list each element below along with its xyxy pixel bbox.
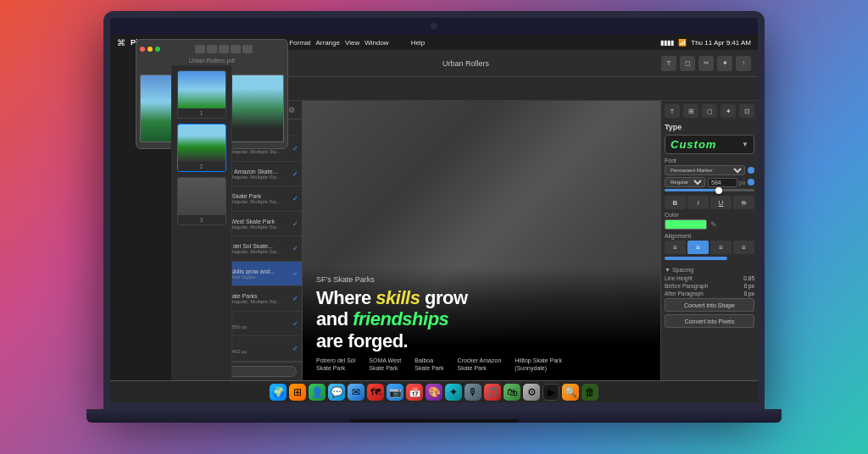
dock-mail-icon[interactable]: ✉ — [348, 384, 364, 401]
after-paragraph-row: After Paragraph 0 px — [665, 291, 754, 296]
font-size-input[interactable] — [708, 178, 737, 187]
dock-trash-icon[interactable]: 🗑 — [581, 384, 598, 401]
dock-settings-icon[interactable]: ⚙ — [523, 384, 540, 401]
pdf-toolbar-btn-5[interactable] — [242, 45, 253, 53]
type-icon-3[interactable]: ◻ — [702, 104, 717, 118]
convert-pixels-button[interactable]: Convert into Pixels — [665, 314, 754, 328]
dock-messages-icon[interactable]: 💬 — [328, 384, 345, 401]
type-panel-top-icons: T ⊞ ◻ ✦ ⊡ — [665, 104, 754, 118]
canvas-main-text: Where skills grow and friendships are fo… — [316, 287, 647, 352]
dock-pixelmator-icon[interactable]: 🎨 — [426, 384, 442, 401]
underline-button[interactable]: U — [710, 196, 732, 209]
align-justify-button[interactable]: ≡ — [733, 241, 754, 254]
pdf-toolbar-btn-3[interactable] — [219, 45, 229, 53]
layer-visible-7[interactable]: ✓ — [292, 320, 298, 328]
dock-calendar-icon[interactable]: 📅 — [406, 384, 423, 401]
dock-contacts-icon[interactable]: 👤 — [309, 384, 326, 401]
type-panel-title: Type — [665, 123, 754, 131]
dock-spotlight-icon[interactable]: 🔍 — [562, 384, 579, 401]
align-center-button[interactable]: ≡ — [687, 241, 709, 254]
slider-thumb-1[interactable] — [715, 187, 722, 194]
menu-view[interactable]: View — [345, 39, 359, 47]
dock-finder-icon[interactable]: 🌍 — [270, 384, 287, 401]
canvas-line2-normal: and — [316, 308, 353, 329]
toolbar-share-btn[interactable]: ↑ — [736, 56, 751, 71]
apple-logo-icon[interactable]: ⌘ — [117, 38, 125, 47]
layer-visible-6[interactable]: ✓ — [292, 295, 298, 302]
strikethrough-button[interactable]: S — [733, 196, 754, 209]
canvas-line1-normal: Where — [316, 287, 376, 308]
pdf-toolbar-btn-1[interactable] — [195, 45, 205, 53]
font-style-select[interactable]: Regular — [665, 177, 705, 187]
park-label-0: Potrero del SolSkate Park — [316, 357, 355, 372]
type-icon-1[interactable]: T — [665, 104, 680, 118]
park-label-1: SOMA WestSkate Park — [369, 357, 401, 372]
pdf-toolbar — [163, 45, 284, 53]
toolbar-effects-btn[interactable]: ✦ — [717, 56, 732, 71]
thumb-page-3[interactable]: 3 — [177, 177, 226, 225]
layer-visible-1[interactable]: ✓ — [292, 170, 298, 178]
menu-bar-right: ▮▮▮▮ 📶 Thu 11 Apr 9:41 AM — [660, 39, 751, 47]
dock-launchpad-icon[interactable]: ⊞ — [289, 384, 306, 401]
dock-appstore-icon[interactable]: 🛍 — [504, 384, 520, 401]
pdf-minimize[interactable] — [147, 47, 153, 52]
after-paragraph-value: 0 px — [744, 291, 754, 296]
align-left-button[interactable]: ≡ — [665, 241, 686, 254]
layer-visible-5[interactable]: ✓ — [292, 270, 298, 278]
menu-help[interactable]: Help — [411, 39, 425, 47]
toolbar-shape-btn[interactable]: ◻ — [680, 56, 695, 71]
layer-visible-8[interactable]: ✓ — [292, 345, 298, 352]
toolbar-type-btn[interactable]: T — [661, 56, 676, 71]
canvas-line1-end: grow — [420, 287, 467, 308]
color-picker-icon[interactable]: ✎ — [710, 220, 717, 229]
dropdown-chevron-icon: ▼ — [742, 141, 748, 148]
font-indicator — [748, 167, 754, 174]
layer-visible-2[interactable]: ✓ — [292, 195, 298, 202]
layer-visible-4[interactable]: ✓ — [292, 245, 298, 252]
screen-content: ⌘ Pixelmator Pro File Edit Insert Image … — [110, 35, 758, 402]
pdf-toolbar-btn-4[interactable] — [231, 45, 241, 53]
color-swatch[interactable] — [665, 219, 707, 230]
type-panel: T ⊞ ◻ ✦ ⊡ Type Custom ▼ Font — [660, 101, 758, 380]
dock-terminal-icon[interactable]: ▶ — [542, 384, 559, 401]
type-icon-5[interactable]: ⊡ — [739, 104, 754, 118]
canvas-text-overlay: SF's Skate Parks Where skills grow and f… — [303, 267, 660, 380]
thumb-page-1[interactable]: 1 — [177, 70, 226, 119]
convert-shape-button[interactable]: Convert into Shape — [665, 298, 754, 312]
toolbar-crop-btn[interactable]: ✂ — [698, 56, 714, 71]
type-icon-2[interactable]: ⊞ — [683, 104, 698, 118]
slider-track-1[interactable] — [665, 189, 754, 191]
menu-format[interactable]: Format — [289, 39, 310, 47]
menu-arrange[interactable]: Arrange — [316, 39, 340, 47]
canvas-line3: are forged. — [316, 330, 408, 352]
dock-maps-icon[interactable]: 🗺 — [367, 384, 384, 401]
align-right-button[interactable]: ≡ — [710, 241, 732, 254]
pdf-close[interactable] — [140, 47, 145, 52]
font-size-row: px — [708, 178, 745, 187]
dock-music-icon[interactable]: 🎵 — [484, 384, 501, 401]
line-height-value: 0.85 — [743, 275, 754, 281]
style-dropdown[interactable]: Custom ▼ — [665, 135, 754, 154]
slider-1 — [665, 189, 754, 193]
canvas-friendships-text: friendships — [353, 308, 448, 329]
pdf-maximize[interactable] — [155, 47, 160, 52]
canvas-area[interactable]: SF's Skate Parks Where skills grow and f… — [303, 101, 660, 380]
wifi-icon: 📶 — [678, 39, 687, 47]
menu-window[interactable]: Window — [364, 39, 388, 47]
clock: Thu 11 Apr 9:41 AM — [691, 39, 751, 47]
macbook-container: ⌘ Pixelmator Pro File Edit Insert Image … — [70, 11, 798, 443]
custom-style-label: Custom — [670, 138, 716, 151]
type-icon-4[interactable]: ✦ — [721, 104, 736, 118]
dock-freeform-icon[interactable]: ✦ — [445, 384, 462, 401]
thumb-page-2[interactable]: 2 — [177, 124, 226, 172]
italic-button[interactable]: I — [687, 196, 709, 209]
font-name-select[interactable]: Permanent Marker — [665, 165, 745, 175]
layer-visible-0[interactable]: ✓ — [292, 145, 298, 152]
layers-icon-settings[interactable]: ⚙ — [288, 106, 295, 114]
bold-button[interactable]: B — [665, 196, 686, 209]
dock-facetime-icon[interactable]: 📷 — [387, 384, 403, 401]
pdf-toolbar-btn-2[interactable] — [207, 45, 217, 53]
macbook-base — [86, 409, 782, 423]
dock-podcasts-icon[interactable]: 🎙 — [465, 384, 481, 401]
layer-visible-3[interactable]: ✓ — [292, 220, 298, 228]
